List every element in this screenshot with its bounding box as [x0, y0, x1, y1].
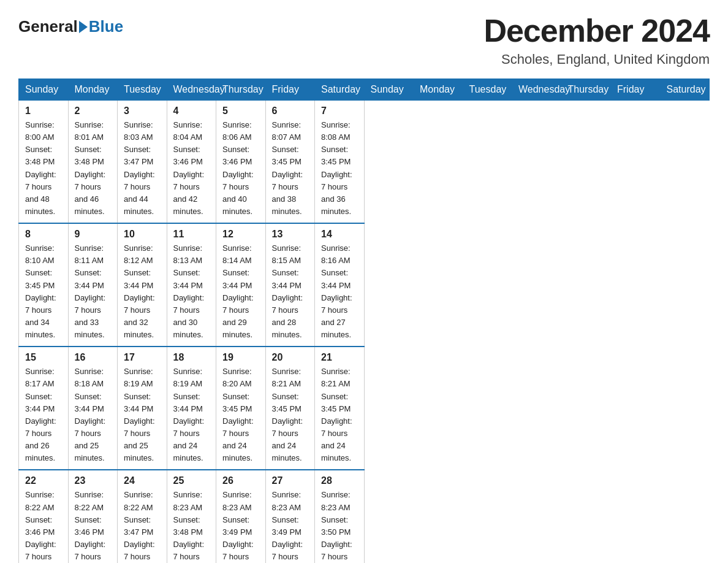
weekday-header-thursday: Thursday [561, 79, 611, 101]
calendar-cell: 3 Sunrise: 8:03 AMSunset: 3:47 PMDayligh… [118, 101, 167, 224]
day-info: Sunrise: 8:11 AMSunset: 3:44 PMDaylight:… [75, 243, 106, 339]
day-number: 5 [222, 105, 259, 117]
day-info: Sunrise: 8:08 AMSunset: 3:45 PMDaylight:… [321, 120, 352, 216]
day-info: Sunrise: 8:14 AMSunset: 3:44 PMDaylight:… [222, 243, 254, 339]
logo: General Blue [18, 12, 123, 36]
day-number: 6 [272, 105, 309, 117]
day-info: Sunrise: 8:13 AMSunset: 3:44 PMDaylight:… [173, 243, 205, 339]
day-info: Sunrise: 8:19 AMSunset: 3:44 PMDaylight:… [173, 367, 205, 462]
day-number: 1 [25, 105, 62, 117]
weekday-header-friday: Friday [611, 79, 661, 101]
weekday-header-sunday: Sunday [364, 79, 414, 101]
day-number: 3 [124, 105, 161, 117]
calendar-cell: 2 Sunrise: 8:01 AMSunset: 3:48 PMDayligh… [68, 101, 118, 224]
day-number: 10 [124, 229, 161, 240]
page-header: General Blue December 2024 Scholes, Engl… [18, 12, 710, 67]
weekday-header-saturday: Saturday [660, 79, 710, 101]
weekday-header-sunday: Sunday [19, 79, 69, 101]
day-info: Sunrise: 8:23 AMSunset: 3:49 PMDaylight:… [272, 490, 303, 563]
weekday-header-tuesday: Tuesday [463, 79, 512, 101]
calendar-cell: 4 Sunrise: 8:04 AMSunset: 3:46 PMDayligh… [167, 101, 216, 224]
weekday-header-wednesday: Wednesday [512, 79, 562, 101]
day-info: Sunrise: 8:23 AMSunset: 3:50 PMDaylight:… [321, 490, 352, 563]
weekday-header-tuesday: Tuesday [118, 79, 167, 101]
calendar-cell: 27 Sunrise: 8:23 AMSunset: 3:49 PMDaylig… [265, 470, 315, 563]
calendar-table: SundayMondayTuesdayWednesdayThursdayFrid… [18, 79, 710, 563]
day-info: Sunrise: 8:12 AMSunset: 3:44 PMDaylight:… [124, 243, 155, 339]
day-info: Sunrise: 8:21 AMSunset: 3:45 PMDaylight:… [272, 367, 303, 462]
day-number: 18 [173, 352, 210, 363]
title-block: December 2024 Scholes, England, United K… [483, 12, 710, 67]
calendar-cell: 25 Sunrise: 8:23 AMSunset: 3:48 PMDaylig… [167, 470, 216, 563]
day-number: 9 [75, 229, 112, 240]
day-info: Sunrise: 8:19 AMSunset: 3:44 PMDaylight:… [124, 367, 155, 462]
calendar-cell: 9 Sunrise: 8:11 AMSunset: 3:44 PMDayligh… [68, 223, 118, 347]
calendar-cell: 24 Sunrise: 8:22 AMSunset: 3:47 PMDaylig… [118, 470, 167, 563]
day-info: Sunrise: 8:22 AMSunset: 3:46 PMDaylight:… [25, 490, 56, 563]
calendar-cell: 7 Sunrise: 8:08 AMSunset: 3:45 PMDayligh… [315, 101, 365, 224]
day-info: Sunrise: 8:03 AMSunset: 3:47 PMDaylight:… [124, 120, 155, 216]
calendar-cell: 1 Sunrise: 8:00 AMSunset: 3:48 PMDayligh… [19, 101, 69, 224]
day-number: 20 [272, 352, 309, 363]
day-number: 25 [173, 475, 210, 486]
calendar-cell: 12 Sunrise: 8:14 AMSunset: 3:44 PMDaylig… [216, 223, 266, 347]
calendar-cell: 28 Sunrise: 8:23 AMSunset: 3:50 PMDaylig… [315, 470, 365, 563]
weekday-header-monday: Monday [414, 79, 463, 101]
day-number: 23 [75, 475, 112, 486]
day-info: Sunrise: 8:07 AMSunset: 3:45 PMDaylight:… [272, 120, 303, 216]
day-info: Sunrise: 8:00 AMSunset: 3:48 PMDaylight:… [25, 120, 56, 216]
day-info: Sunrise: 8:22 AMSunset: 3:46 PMDaylight:… [75, 490, 106, 563]
day-info: Sunrise: 8:23 AMSunset: 3:48 PMDaylight:… [173, 490, 205, 563]
calendar-cell: 13 Sunrise: 8:15 AMSunset: 3:44 PMDaylig… [265, 223, 315, 347]
day-info: Sunrise: 8:22 AMSunset: 3:47 PMDaylight:… [124, 490, 155, 563]
calendar-week-row-4: 22 Sunrise: 8:22 AMSunset: 3:46 PMDaylig… [19, 470, 710, 563]
day-number: 16 [75, 352, 112, 363]
calendar-header-row: SundayMondayTuesdayWednesdayThursdayFrid… [19, 79, 710, 101]
calendar-cell: 5 Sunrise: 8:06 AMSunset: 3:46 PMDayligh… [216, 101, 266, 224]
day-info: Sunrise: 8:20 AMSunset: 3:45 PMDaylight:… [222, 367, 254, 462]
day-number: 21 [321, 352, 358, 363]
calendar-cell: 22 Sunrise: 8:22 AMSunset: 3:46 PMDaylig… [19, 470, 69, 563]
calendar-cell: 21 Sunrise: 8:21 AMSunset: 3:45 PMDaylig… [315, 347, 365, 470]
day-number: 12 [222, 229, 259, 240]
calendar-week-row-1: 1 Sunrise: 8:00 AMSunset: 3:48 PMDayligh… [19, 101, 710, 224]
calendar-cell: 18 Sunrise: 8:19 AMSunset: 3:44 PMDaylig… [167, 347, 216, 470]
day-number: 8 [25, 229, 62, 240]
weekday-header-thursday: Thursday [216, 79, 266, 101]
day-number: 15 [25, 352, 62, 363]
calendar-cell: 19 Sunrise: 8:20 AMSunset: 3:45 PMDaylig… [216, 347, 266, 470]
calendar-cell: 8 Sunrise: 8:10 AMSunset: 3:45 PMDayligh… [19, 223, 69, 347]
day-info: Sunrise: 8:15 AMSunset: 3:44 PMDaylight:… [272, 243, 303, 339]
day-number: 17 [124, 352, 161, 363]
day-info: Sunrise: 8:10 AMSunset: 3:45 PMDaylight:… [25, 243, 56, 339]
location-text: Scholes, England, United Kingdom [483, 52, 710, 67]
calendar-cell: 26 Sunrise: 8:23 AMSunset: 3:49 PMDaylig… [216, 470, 266, 563]
calendar-cell: 11 Sunrise: 8:13 AMSunset: 3:44 PMDaylig… [167, 223, 216, 347]
day-number: 24 [124, 475, 161, 486]
calendar-cell: 6 Sunrise: 8:07 AMSunset: 3:45 PMDayligh… [265, 101, 315, 224]
day-info: Sunrise: 8:01 AMSunset: 3:48 PMDaylight:… [75, 120, 106, 216]
calendar-cell: 17 Sunrise: 8:19 AMSunset: 3:44 PMDaylig… [118, 347, 167, 470]
weekday-header-friday: Friday [265, 79, 315, 101]
day-number: 2 [75, 105, 112, 117]
day-number: 11 [173, 229, 210, 240]
month-title: December 2024 [483, 12, 710, 49]
weekday-header-wednesday: Wednesday [167, 79, 216, 101]
calendar-cell: 23 Sunrise: 8:22 AMSunset: 3:46 PMDaylig… [68, 470, 118, 563]
day-info: Sunrise: 8:18 AMSunset: 3:44 PMDaylight:… [75, 367, 106, 462]
logo-blue-text: Blue [89, 17, 123, 36]
day-info: Sunrise: 8:06 AMSunset: 3:46 PMDaylight:… [222, 120, 254, 216]
calendar-week-row-2: 8 Sunrise: 8:10 AMSunset: 3:45 PMDayligh… [19, 223, 710, 347]
weekday-header-saturday: Saturday [315, 79, 365, 101]
calendar-cell: 16 Sunrise: 8:18 AMSunset: 3:44 PMDaylig… [68, 347, 118, 470]
day-info: Sunrise: 8:21 AMSunset: 3:45 PMDaylight:… [321, 367, 352, 462]
calendar-week-row-3: 15 Sunrise: 8:17 AMSunset: 3:44 PMDaylig… [19, 347, 710, 470]
weekday-header-monday: Monday [68, 79, 118, 101]
day-number: 7 [321, 105, 358, 117]
day-info: Sunrise: 8:17 AMSunset: 3:44 PMDaylight:… [25, 367, 56, 462]
calendar-cell: 20 Sunrise: 8:21 AMSunset: 3:45 PMDaylig… [265, 347, 315, 470]
day-info: Sunrise: 8:16 AMSunset: 3:44 PMDaylight:… [321, 243, 352, 339]
day-number: 28 [321, 475, 358, 486]
calendar-cell: 10 Sunrise: 8:12 AMSunset: 3:44 PMDaylig… [118, 223, 167, 347]
day-number: 27 [272, 475, 309, 486]
